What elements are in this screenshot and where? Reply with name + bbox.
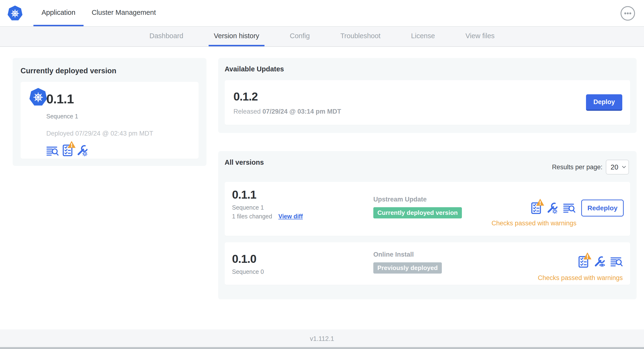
top-tab-label: Cluster Management [92,8,156,16]
window-bottom-edge [0,347,644,349]
deployed-sequence: Sequence 1 [46,113,198,120]
version-actions: Redeploy [531,200,624,216]
page: Application Cluster Management Dashboard… [0,0,644,349]
top-tab-cluster-management[interactable]: Cluster Management [84,0,164,26]
released-date: 07/29/24 @ 03:14 pm MDT [262,108,341,115]
tab-label: Config [290,32,310,40]
results-per-page-control: Results per page: 20 [552,160,629,174]
main-content: Currently deployed version 0.1.1 Sequenc… [0,47,644,330]
preflight-checks-icon[interactable] [578,256,588,268]
tab-label: Dashboard [150,32,183,40]
files-changed-text: 1 files changed [232,213,272,220]
deployed-version-actions [46,144,198,156]
warning-triangle-icon [536,198,544,206]
version-sequence: Sequence 1 [232,204,303,211]
edit-config-wrench-gear-icon[interactable] [546,202,558,214]
currently-deployed-body: 0.1.1 Sequence 1 Deployed 07/29/24 @ 02:… [46,82,198,156]
available-update-panel: 0.1.2 Released 07/29/24 @ 03:14 pm MDT D… [224,80,630,125]
top-nav: Application Cluster Management [0,0,644,27]
edit-config-wrench-gear-icon[interactable] [76,145,88,156]
version-sequence: Sequence 0 [232,268,264,275]
version-row-0-1-0: 0.1.0 Sequence 0 Online Install Previous… [224,242,630,285]
all-versions-title: All versions [224,158,264,166]
available-update-info: 0.1.2 Released 07/29/24 @ 03:14 pm MDT [234,90,341,115]
top-tab-application[interactable]: Application [34,0,84,26]
console-version: v1.112.1 [310,335,334,342]
preflight-checks-icon[interactable] [62,144,72,156]
top-tab-label: Application [42,8,76,16]
tab-label: Version history [214,32,259,40]
available-updates-card: Available Updates 0.1.2 Released 07/29/2… [218,58,636,133]
currently-deployed-panel: 0.1.1 Sequence 1 Deployed 07/29/24 @ 02:… [20,82,198,159]
deployed-status-badge: Currently deployed version [373,207,462,218]
version-info: 0.1.1 Sequence 1 1 files changed View di… [232,188,303,220]
warning-triangle-icon [67,140,76,148]
view-config-wrench-eye-icon[interactable] [594,256,605,268]
tab-view-files[interactable]: View files [460,27,500,46]
kubernetes-logo-icon [7,5,23,22]
version-number: 0.1.1 [232,188,303,201]
app-sub-nav: Dashboard Version history Config Trouble… [0,27,644,47]
released-prefix: Released [234,108,261,115]
results-per-page-select[interactable]: 20 [606,160,629,174]
diff-search-icon[interactable] [46,146,59,156]
diff-search-icon[interactable] [563,203,576,214]
tab-license[interactable]: License [406,27,440,46]
preflight-checks-icon[interactable] [531,202,541,214]
tab-label: View files [466,32,494,40]
app-logo [7,0,23,26]
version-source: Upstream Update [373,196,427,203]
preflight-status-text[interactable]: Checks passed with warnings [538,274,623,282]
currently-deployed-title: Currently deployed version [20,66,198,75]
redeploy-button[interactable]: Redeploy [581,200,624,216]
kubernetes-logo-icon [29,87,48,108]
tab-label: License [411,32,435,40]
deploy-button[interactable]: Deploy [586,94,622,111]
deployed-timestamp: Deployed 07/29/24 @ 02:43 pm MDT [46,130,198,137]
tab-config[interactable]: Config [284,27,315,46]
page-footer: v1.112.1 [0,330,644,349]
ellipsis-icon [620,18,636,22]
more-menu-button[interactable] [620,6,636,21]
available-updates-title: Available Updates [224,65,630,73]
update-version-number: 0.1.2 [234,90,341,103]
tab-dashboard[interactable]: Dashboard [144,27,188,46]
results-per-page-label: Results per page: [552,164,602,171]
tab-version-history[interactable]: Version history [208,27,264,46]
update-released-line: Released 07/29/24 @ 03:14 pm MDT [234,108,341,115]
preflight-status-text[interactable]: Checks passed with warnings [492,220,576,227]
currently-deployed-card: Currently deployed version 0.1.1 Sequenc… [13,58,206,166]
version-source: Online Install [373,251,414,258]
version-info: 0.1.0 Sequence 0 [232,252,264,275]
all-versions-card: All versions Results per page: 20 0.1.1 … [218,151,636,299]
version-row-0-1-1: 0.1.1 Sequence 1 1 files changed View di… [224,182,630,236]
files-changed-line: 1 files changed View diff [232,213,303,220]
diff-search-icon[interactable] [610,256,623,267]
deployed-status-badge: Previously deployed [373,262,442,274]
results-per-page-select-wrap: 20 [606,160,629,174]
tab-label: Troubleshoot [340,32,380,40]
view-diff-link[interactable]: View diff [278,213,303,220]
version-actions [578,256,623,268]
warning-triangle-icon [583,252,592,260]
tab-troubleshoot[interactable]: Troubleshoot [335,27,386,46]
version-number: 0.1.0 [232,252,264,266]
deployed-version-number: 0.1.1 [46,92,198,106]
